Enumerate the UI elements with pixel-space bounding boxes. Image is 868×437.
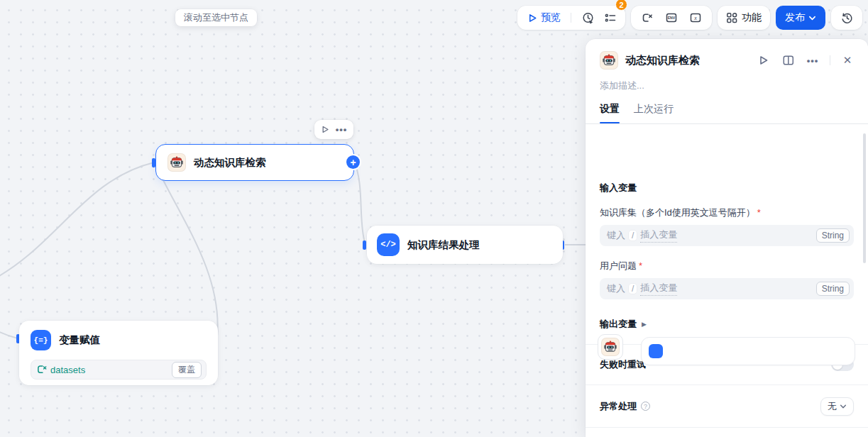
toolbar-divider: [571, 13, 571, 23]
node-title: 知识库结果处理: [407, 238, 480, 252]
input-placeholder: 键入 / 插入变量: [607, 228, 816, 243]
output-vars-toggle[interactable]: 输出变量 ▶: [600, 318, 854, 331]
slash-shortcut-chip: /: [629, 231, 637, 240]
node-more-icon[interactable]: •••: [336, 124, 348, 135]
node-run-icon[interactable]: [321, 125, 329, 134]
panel-header: 动态知识库检索 ••• ✕: [586, 39, 868, 70]
variable-inspect-icon[interactable]: [686, 9, 705, 27]
field-label-datasets: 知识库集（多个Id使用英文逗号隔开）*: [600, 206, 854, 219]
variables-group: [631, 6, 712, 30]
next-node-card[interactable]: [641, 337, 855, 365]
publish-label: 发布: [785, 11, 805, 24]
section-divider: [586, 427, 868, 428]
header-divider: [830, 55, 830, 65]
top-toolbar: 预览 2 功能 发布: [517, 6, 862, 30]
more-options-icon[interactable]: •••: [805, 52, 820, 68]
scroll-to-node-tooltip: 滚动至选中节点: [175, 9, 257, 26]
next-node-icon: [649, 344, 663, 358]
processor-node-input-port[interactable]: [363, 240, 366, 250]
tabs-divider: [586, 123, 868, 124]
node-title: 动态知识库检索: [194, 156, 266, 170]
history-group: [831, 6, 862, 30]
features-button[interactable]: 功能: [718, 6, 770, 30]
panel-title: 动态知识库检索: [625, 54, 755, 67]
required-mark: *: [639, 260, 642, 271]
split-view-icon[interactable]: [780, 52, 796, 68]
input-placeholder: 键入 / 插入变量: [607, 282, 816, 296]
chevron-down-icon: [808, 14, 816, 22]
datasets-input[interactable]: 键入 / 插入变量 String: [600, 225, 854, 246]
run-group: 预览 2: [517, 6, 625, 30]
insert-variable-link[interactable]: 插入变量: [640, 228, 677, 243]
error-handling-row: 异常处理 ? 无: [600, 385, 854, 427]
variable-name: datasets: [50, 365, 172, 375]
workflow-editor: 滚动至选中节点 预览 2: [0, 0, 868, 437]
chat-variable-icon[interactable]: [638, 9, 657, 27]
type-badge: String: [816, 282, 850, 296]
input-vars-title: 输入变量: [600, 182, 854, 194]
checklist-icon[interactable]: 2: [601, 9, 620, 27]
variable-assigner-icon: {=}: [31, 330, 51, 350]
description-placeholder[interactable]: 添加描述...: [600, 79, 854, 92]
write-mode-badge: 覆盖: [172, 362, 202, 378]
type-badge: String: [816, 228, 850, 243]
code-icon: </>: [377, 233, 400, 256]
slash-shortcut-chip: /: [629, 284, 637, 294]
field-label-query: 用户问题*: [600, 260, 854, 272]
play-icon: [527, 13, 537, 23]
panel-tabs: 设置 上次运行: [600, 103, 854, 123]
query-input[interactable]: 键入 / 插入变量 String: [600, 278, 854, 299]
current-node-chip[interactable]: [598, 334, 623, 360]
features-label: 功能: [742, 11, 762, 24]
chevron-down-icon: [840, 403, 847, 410]
conversation-variable-icon: [37, 365, 47, 375]
preview-label: 预览: [541, 11, 561, 24]
checklist-count-badge: 2: [615, 0, 627, 11]
node-title: 变量赋值: [59, 333, 100, 347]
tab-last-run[interactable]: 上次运行: [634, 103, 674, 123]
error-strategy-select[interactable]: 无: [820, 397, 854, 416]
preview-button[interactable]: 预览: [524, 11, 564, 24]
assigned-variable-row[interactable]: datasets 覆盖: [31, 360, 207, 380]
tooltip-label: 滚动至选中节点: [184, 11, 248, 24]
publish-button[interactable]: 发布: [776, 6, 825, 30]
tab-settings[interactable]: 设置: [600, 103, 620, 123]
env-variable-icon[interactable]: [662, 9, 681, 27]
node-config-panel: 动态知识库检索 ••• ✕ 添加描述... 设置 上次运行 输入变量 知识: [586, 39, 868, 437]
panel-scrollbar[interactable]: [863, 133, 866, 263]
run-history-icon[interactable]: [578, 9, 597, 27]
run-node-icon[interactable]: [755, 52, 771, 68]
robot-icon: [167, 153, 186, 172]
panel-body: 输入变量 知识库集（多个Id使用英文逗号隔开）* 键入 / 插入变量 Strin…: [586, 171, 868, 437]
node-processor[interactable]: </> 知识库结果处理: [367, 226, 563, 264]
node-mini-toolbar: •••: [314, 120, 353, 139]
robot-icon: [600, 51, 618, 70]
insert-variable-link[interactable]: 插入变量: [640, 282, 677, 296]
node-assigner[interactable]: {=} 变量赋值 datasets 覆盖: [19, 321, 218, 385]
caret-right-icon: ▶: [642, 321, 647, 328]
help-icon: ?: [641, 402, 650, 411]
robot-icon: [601, 338, 620, 356]
retry-label: 失败时重试: [600, 358, 646, 371]
panel-actions: ••• ✕: [755, 52, 855, 68]
output-vars-title: 输出变量: [600, 318, 637, 331]
node-retrieval[interactable]: 动态知识库检索: [155, 144, 354, 181]
features-icon: [726, 12, 737, 23]
assigner-header: {=} 变量赋值: [31, 330, 207, 350]
close-panel-icon[interactable]: ✕: [840, 52, 855, 68]
add-next-node-button[interactable]: +: [346, 155, 360, 169]
required-mark: *: [757, 207, 761, 218]
version-history-icon[interactable]: [837, 9, 856, 27]
error-label: 异常处理: [600, 400, 637, 413]
